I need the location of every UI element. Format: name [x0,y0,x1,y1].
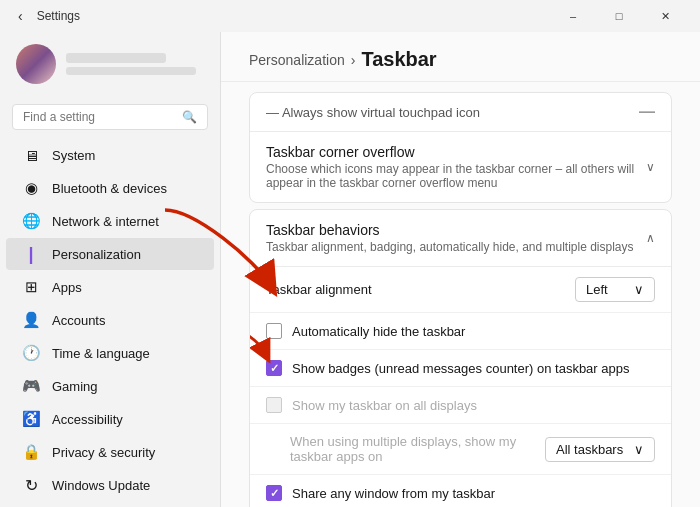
sidebar-label-bluetooth: Bluetooth & devices [52,181,167,196]
bluetooth-icon: ◉ [22,179,40,197]
back-button[interactable]: ‹ [12,4,29,28]
content-body: — Always show virtual touchpad icon — Ta… [221,92,700,507]
sidebar-profile [0,32,220,96]
overflow-title: Taskbar corner overflow [266,144,646,160]
time-icon: 🕐 [22,344,40,362]
close-button[interactable]: ✕ [642,0,688,32]
taskbar-behaviors-section: Taskbar behaviors Taskbar alignment, bad… [249,209,672,507]
sidebar-item-apps[interactable]: ⊞ Apps [6,271,214,303]
accounts-icon: 👤 [22,311,40,329]
sidebar-label-privacy: Privacy & security [52,445,155,460]
all-displays-label: Show my taskbar on all displays [292,398,477,413]
sidebar-item-network[interactable]: 🌐 Network & internet [6,205,214,237]
behaviors-header-text: Taskbar behaviors Taskbar alignment, bad… [266,222,634,254]
profile-name [66,53,166,63]
titlebar-title: Settings [37,9,80,23]
titlebar-left: ‹ Settings [12,4,80,28]
share-window-row: Share any window from my taskbar [250,475,671,507]
gaming-icon: 🎮 [22,377,40,395]
sidebar-label-system: System [52,148,95,163]
search-input[interactable] [23,110,176,124]
multiple-displays-chevron-icon: ∨ [634,442,644,457]
titlebar-controls: – □ ✕ [550,0,688,32]
sidebar-item-privacy[interactable]: 🔒 Privacy & security [6,436,214,468]
sidebar-label-personalization: Personalization [52,247,141,262]
alignment-value: Left [586,282,608,297]
breadcrumb-parent: Personalization [249,52,345,68]
sidebar: 🔍 🖥 System ◉ Bluetooth & devices 🌐 Netwo… [0,32,220,507]
sidebar-label-time: Time & language [52,346,150,361]
update-icon: ↻ [22,476,40,494]
auto-hide-checkbox[interactable] [266,323,282,339]
sidebar-item-time[interactable]: 🕐 Time & language [6,337,214,369]
personalization-icon: | [22,245,40,263]
profile-info [66,53,204,75]
behaviors-subtitle: Taskbar alignment, badging, automaticall… [266,240,634,254]
app-body: 🔍 🖥 System ◉ Bluetooth & devices 🌐 Netwo… [0,32,700,507]
content-area: Personalization › Taskbar — Always show … [220,32,700,507]
overflow-subtitle: Choose which icons may appear in the tas… [266,162,646,190]
multiple-displays-value: All taskbars [556,442,623,457]
collapse-icon: — [639,103,655,121]
virtual-touchpad-row: — Always show virtual touchpad icon — [250,93,671,132]
sidebar-label-gaming: Gaming [52,379,98,394]
auto-hide-row: Automatically hide the taskbar [250,313,671,350]
breadcrumb-separator: › [351,52,356,68]
overflow-header[interactable]: Taskbar corner overflow Choose which ico… [250,132,671,202]
minimize-button[interactable]: – [550,0,596,32]
alignment-dropdown[interactable]: Left ∨ [575,277,655,302]
taskbar-overflow-section: — Always show virtual touchpad icon — Ta… [249,92,672,203]
sidebar-item-system[interactable]: 🖥 System [6,139,214,171]
sidebar-label-apps: Apps [52,280,82,295]
search-icon: 🔍 [182,110,197,124]
auto-hide-label: Automatically hide the taskbar [292,324,465,339]
alignment-label: Taskbar alignment [266,282,372,297]
apps-icon: ⊞ [22,278,40,296]
sidebar-item-personalization[interactable]: | Personalization [6,238,214,270]
search-box[interactable]: 🔍 [12,104,208,130]
all-displays-row: Show my taskbar on all displays [250,387,671,424]
maximize-button[interactable]: □ [596,0,642,32]
multiple-displays-row: When using multiple displays, show my ta… [250,424,671,475]
alignment-row: Taskbar alignment Left ∨ [250,267,671,313]
badges-checkbox[interactable] [266,360,282,376]
sidebar-label-accounts: Accounts [52,313,105,328]
behaviors-chevron: ∧ [646,231,655,245]
sidebar-item-gaming[interactable]: 🎮 Gaming [6,370,214,402]
breadcrumb: Personalization › Taskbar [249,48,672,71]
behaviors-title: Taskbar behaviors [266,222,634,238]
avatar [16,44,56,84]
sidebar-label-update: Windows Update [52,478,150,493]
sidebar-item-accessibility[interactable]: ♿ Accessibility [6,403,214,435]
sidebar-item-update[interactable]: ↻ Windows Update [6,469,214,501]
network-icon: 🌐 [22,212,40,230]
sidebar-label-accessibility: Accessibility [52,412,123,427]
share-window-label: Share any window from my taskbar [292,486,495,501]
sidebar-item-bluetooth[interactable]: ◉ Bluetooth & devices [6,172,214,204]
sidebar-label-network: Network & internet [52,214,159,229]
overflow-chevron: ∨ [646,160,655,174]
alignment-chevron-icon: ∨ [634,282,644,297]
share-window-checkbox[interactable] [266,485,282,501]
accessibility-icon: ♿ [22,410,40,428]
virtual-touchpad-label: — Always show virtual touchpad icon [266,105,480,120]
badges-label: Show badges (unread messages counter) on… [292,361,629,376]
system-icon: 🖥 [22,146,40,164]
sidebar-item-accounts[interactable]: 👤 Accounts [6,304,214,336]
multiple-displays-label: When using multiple displays, show my ta… [290,434,545,464]
multiple-displays-dropdown[interactable]: All taskbars ∨ [545,437,655,462]
titlebar: ‹ Settings – □ ✕ [0,0,700,32]
profile-email [66,67,196,75]
content-header: Personalization › Taskbar [221,32,700,82]
privacy-icon: 🔒 [22,443,40,461]
overflow-header-text: Taskbar corner overflow Choose which ico… [266,144,646,190]
sidebar-nav: 🖥 System ◉ Bluetooth & devices 🌐 Network… [0,138,220,502]
behaviors-header[interactable]: Taskbar behaviors Taskbar alignment, bad… [250,210,671,266]
badges-row: Show badges (unread messages counter) on… [250,350,671,387]
breadcrumb-current: Taskbar [361,48,436,71]
all-displays-checkbox [266,397,282,413]
